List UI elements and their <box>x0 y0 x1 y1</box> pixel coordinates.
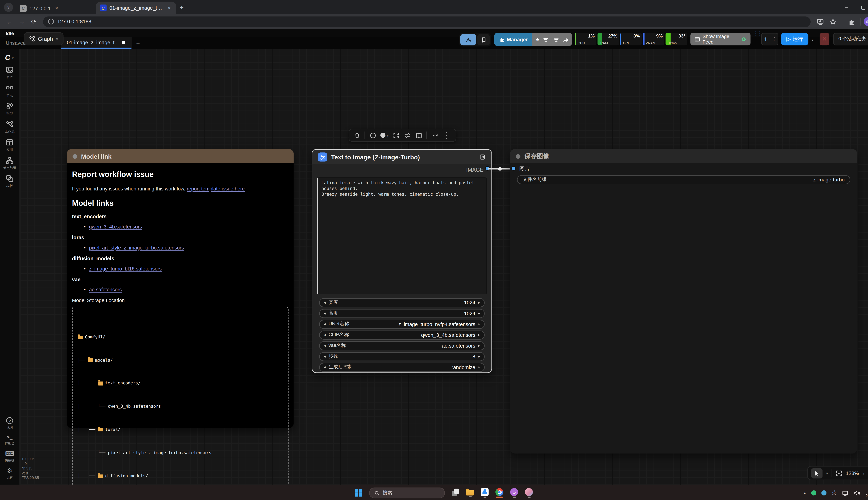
start-button[interactable] <box>355 489 362 497</box>
report-issue-link[interactable]: report template issue here <box>187 186 245 192</box>
sidebar-item-workflows[interactable]: 工作流 <box>4 120 15 134</box>
sidebar-item-assets[interactable]: 资产 <box>6 66 14 80</box>
comfyui-logo[interactable]: C ∨ <box>5 53 14 62</box>
unsaved-dot-icon[interactable] <box>122 41 126 44</box>
decrement-arrow-icon[interactable]: ◂ <box>323 333 326 337</box>
maximize-icon[interactable]: ▢ <box>855 4 868 10</box>
back-icon[interactable]: ← <box>6 18 12 25</box>
cloud-app-button[interactable] <box>481 488 489 498</box>
tray-app-blue-icon[interactable] <box>821 490 826 495</box>
delete-node-icon[interactable] <box>353 132 360 138</box>
manager-button[interactable]: Manager <box>494 33 532 46</box>
widget-row[interactable]: ◂ CLIP名称 qwen_3_4b.safetensors ▸ <box>319 331 484 339</box>
decrement-arrow-icon[interactable]: ◂ <box>323 322 326 326</box>
widget-row[interactable]: ◂ 生成后控制 randomize ▸ <box>319 363 484 372</box>
model-file-link[interactable]: z_image_turbo_bf16.safetensors <box>89 266 162 272</box>
share-icon[interactable] <box>562 36 569 43</box>
collapse-dot-icon[interactable] <box>72 154 77 159</box>
node-header[interactable]: 保存图像 <box>510 149 857 163</box>
decrement-arrow-icon[interactable]: ◂ <box>323 311 326 316</box>
anvil-icon[interactable] <box>543 36 549 43</box>
sidebar-item-nodes-groups[interactable]: 节点与组 <box>3 157 16 171</box>
sidebar-item-settings[interactable]: ⚙ 设置 <box>6 467 13 480</box>
run-button[interactable]: ▷ 运行 <box>781 33 809 45</box>
show-image-feed-button[interactable]: Show Image Feed ⟳ <box>690 33 751 45</box>
browser-profile-avatar[interactable]: 锦鹤 <box>864 14 868 29</box>
increment-arrow-icon[interactable]: ▸ <box>478 333 480 337</box>
expand-node-icon[interactable] <box>479 154 486 160</box>
drag-handle-icon[interactable]: ⋮⋮ <box>753 31 762 44</box>
widget-value[interactable]: 1024 <box>464 310 475 316</box>
new-workflow-button[interactable]: + <box>132 37 144 49</box>
decrement-arrow-icon[interactable]: ◂ <box>323 365 326 370</box>
close-icon[interactable]: ✕ <box>54 5 60 11</box>
link-midpoint-dot[interactable] <box>498 167 502 170</box>
star-icon[interactable]: ★ <box>535 37 540 42</box>
sidebar-item-console[interactable]: >_ 控制台 <box>4 434 15 446</box>
close-icon[interactable]: ✕ <box>166 5 172 11</box>
ime-language-indicator[interactable]: 英 <box>832 490 836 496</box>
model-file-link[interactable]: qwen_3_4b.safetensors <box>89 224 142 230</box>
collapse-dot-icon[interactable] <box>516 154 520 159</box>
node-header[interactable]: Model link <box>67 149 294 163</box>
increment-arrow-icon[interactable]: ▸ <box>478 354 480 359</box>
widget-row[interactable]: ◂ 步数 8 ▸ <box>319 352 484 361</box>
extensions-icon[interactable] <box>847 14 855 29</box>
sidebar-item-apps[interactable]: 应用 <box>6 138 14 152</box>
node-docs-icon[interactable] <box>415 132 422 138</box>
reload-icon[interactable]: ⟳ <box>31 18 36 25</box>
widget-value[interactable]: randomize <box>452 364 475 370</box>
image-input-port[interactable] <box>511 166 516 171</box>
decrement-arrow-icon[interactable]: ◂ <box>323 354 326 359</box>
zoom-level[interactable]: 128% <box>846 470 859 476</box>
widget-row[interactable]: ◂ 宽度 1024 ▸ <box>319 298 484 307</box>
bookmark-star-icon[interactable] <box>829 14 836 29</box>
chrome-button[interactable] <box>495 488 503 498</box>
model-file-link[interactable]: pixel_art_style_z_image_turbo.safetensor… <box>89 245 184 251</box>
new-tab-button[interactable]: + <box>180 3 184 11</box>
increment-arrow-icon[interactable]: ▸ <box>478 365 480 370</box>
increment-arrow-icon[interactable]: ▸ <box>478 300 480 305</box>
widget-row[interactable]: ◂ UNet名称 z_image_turbo_nvfp4.safetensors… <box>319 320 484 329</box>
node-color-picker[interactable]: ∨ <box>380 133 389 138</box>
chevron-down-icon[interactable]: ∨ <box>862 471 865 475</box>
minimize-icon[interactable]: – <box>838 4 855 10</box>
workflow-tab-active[interactable]: 01-image_z_image_t... <box>61 37 132 49</box>
site-info-icon[interactable]: i <box>48 19 54 24</box>
node-text-to-image[interactable]: Text to Image (Z-Image-Turbo) IMAGE Lati… <box>312 149 492 373</box>
node-header[interactable]: Text to Image (Z-Image-Turbo) <box>312 150 491 164</box>
tab-search-button[interactable]: ∨ <box>4 3 13 12</box>
increment-arrow-icon[interactable]: ▸ <box>478 311 480 316</box>
install-app-icon[interactable] <box>816 14 824 29</box>
active-tasks-badge[interactable]: 0 个活动任务 <box>833 33 868 45</box>
sidebar-item-nodes[interactable]: 节点 <box>6 84 14 98</box>
cat-app-button[interactable]: ω <box>510 488 518 498</box>
address-bar[interactable]: i 127.0.0.1:8188 <box>43 16 811 27</box>
file-explorer-button[interactable] <box>466 489 474 497</box>
increment-arrow-icon[interactable]: ▸ <box>478 343 480 348</box>
node-settings-icon[interactable] <box>404 132 411 138</box>
widget-value[interactable]: ae.safetensors <box>442 343 475 349</box>
sidebar-item-shortcuts[interactable]: ⌨ 快捷键 <box>4 450 15 463</box>
prompt-textarea[interactable]: Latina female with thick wavy hair, harb… <box>317 178 487 294</box>
hidden-icons-chevron[interactable]: ∧ <box>803 491 806 495</box>
widget-value[interactable]: qwen_3_4b.safetensors <box>421 332 475 338</box>
maximize-node-icon[interactable] <box>393 132 400 138</box>
stepper-chevrons[interactable]: ∧ ∨ <box>774 36 776 42</box>
taskbar-clock[interactable]: 14:34 2026/3/24 <box>865 488 868 498</box>
tray-app-green-icon[interactable] <box>811 490 816 495</box>
widget-row[interactable]: ◂ 高度 1024 ▸ <box>319 309 484 318</box>
node-info-icon[interactable] <box>369 132 376 138</box>
cancel-button[interactable]: ✕ <box>820 33 830 45</box>
network-icon[interactable] <box>842 490 848 496</box>
anvil-alt-icon[interactable] <box>552 36 559 43</box>
widget-value[interactable]: z-image-turbo <box>813 177 845 182</box>
node-save-image[interactable]: 保存图像 图片 文件名前缀 z-image-turbo <box>510 149 857 454</box>
task-view-button[interactable] <box>452 488 459 497</box>
fit-view-icon[interactable] <box>835 470 842 476</box>
increment-arrow-icon[interactable]: ▸ <box>478 322 480 326</box>
decrement-arrow-icon[interactable]: ◂ <box>323 343 326 348</box>
media-app-button[interactable] <box>525 488 533 498</box>
chevron-down-icon[interactable]: ∨ <box>826 471 828 475</box>
node-model-link[interactable]: Model link Report workflow issue If you … <box>67 149 294 428</box>
